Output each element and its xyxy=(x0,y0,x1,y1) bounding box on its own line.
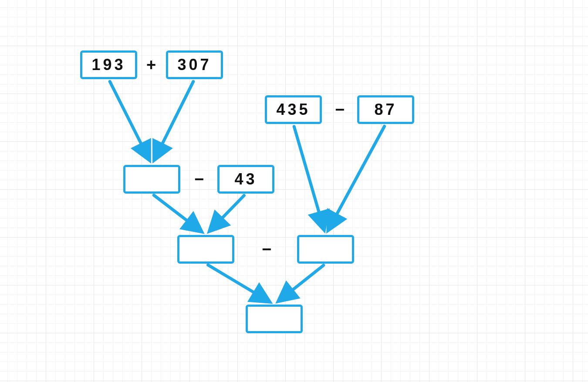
diagram-canvas: 193 307 435 87 43 + − − − xyxy=(0,0,588,382)
value: 43 xyxy=(234,170,257,188)
operand-box-307: 307 xyxy=(166,50,223,79)
arrow xyxy=(110,81,149,159)
result-box-final[interactable] xyxy=(246,305,303,333)
value: 193 xyxy=(91,56,125,74)
value: 435 xyxy=(276,101,310,119)
operand-box-43: 43 xyxy=(217,165,274,194)
operator-minus: − xyxy=(335,101,345,119)
value: 307 xyxy=(177,56,211,74)
operand-box-435: 435 xyxy=(265,95,322,124)
operator-plus: + xyxy=(146,56,156,74)
operator-minus: − xyxy=(194,170,204,189)
value: 87 xyxy=(374,101,397,119)
arrow xyxy=(210,195,244,231)
operand-box-87: 87 xyxy=(357,95,414,124)
operator-minus: − xyxy=(262,240,271,259)
arrow xyxy=(294,127,324,229)
arrow xyxy=(279,265,323,301)
result-box-blank-3[interactable] xyxy=(297,235,354,264)
arrow xyxy=(328,126,384,229)
arrow xyxy=(208,265,269,302)
arrow xyxy=(155,81,193,159)
arrow xyxy=(154,195,201,231)
result-box-blank-1[interactable] xyxy=(123,165,180,194)
operand-box-193: 193 xyxy=(80,50,137,79)
result-box-blank-2[interactable] xyxy=(177,235,234,264)
